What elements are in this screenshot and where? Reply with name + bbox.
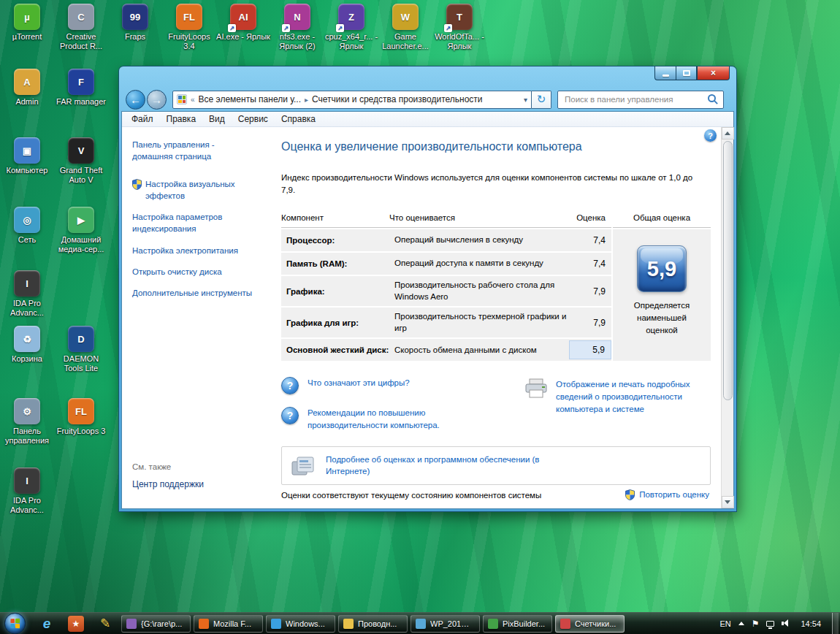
desktop-icon-label: cpuz_x64_r... - Ярлык — [324, 32, 378, 51]
ai-exe-icon: AI↗ — [230, 4, 256, 30]
minimize-button[interactable] — [654, 66, 676, 80]
menu-tools[interactable]: Сервис — [232, 112, 275, 126]
show-desktop-button[interactable] — [832, 613, 839, 634]
desktop-icon-game-launcher[interactable]: W Game Launcher.e... — [378, 4, 432, 51]
highlighted-score-cell: 5,9 — [569, 340, 611, 359]
menu-help[interactable]: Справка — [275, 112, 322, 126]
menu-file[interactable]: Файл — [125, 112, 160, 126]
desktop-icon-ida-pro-2[interactable]: I IDA Pro Advanc... — [0, 467, 54, 515]
link-print-details[interactable]: Отображение и печать подробных сведений … — [556, 378, 706, 415]
address-dropdown-icon[interactable]: ▾ — [524, 96, 527, 104]
breadcrumb-chevrons[interactable]: « — [191, 96, 195, 104]
help-icon: ? — [708, 131, 713, 140]
desktop-icon-far-manager[interactable]: F FAR manager — [54, 69, 108, 107]
close-button[interactable]: × — [697, 66, 730, 80]
desktop-icon-network[interactable]: ◎ Сеть — [0, 207, 54, 245]
window-titlebar[interactable]: × — [119, 66, 736, 87]
link-online-info[interactable]: Подробнее об оценках и программном обесп… — [326, 454, 545, 478]
sidebar-item-indexing-options[interactable]: Настройка параметров индексирования — [132, 211, 255, 234]
pencil-icon: ✎ — [100, 616, 110, 631]
desktop-icon-fruityloops3[interactable]: FL FruityLoops 3 — [54, 398, 108, 436]
menu-edit[interactable]: Правка — [160, 112, 203, 126]
question-icon[interactable]: ? — [281, 407, 299, 424]
desktop-icon-ai-exe[interactable]: AI↗ AI.exe - Ярлык — [216, 4, 270, 42]
sidebar-item-advanced-tools[interactable]: Дополнительные инструменты — [132, 287, 255, 299]
printer-icon — [524, 378, 549, 399]
desktop-icon-daemon-tools[interactable]: D DAEMON Tools Lite — [54, 326, 108, 373]
scrollbar-thumb[interactable] — [723, 141, 733, 400]
desktop-icon-utorrent[interactable]: µ µTorrent — [0, 4, 54, 42]
back-button[interactable]: ← — [126, 90, 145, 110]
sidebar-item-home[interactable]: Панель управления - домашняя страница — [132, 139, 243, 162]
sidebar-item-disk-cleanup[interactable]: Открыть очистку диска — [132, 266, 255, 278]
desktop-icon-admin[interactable]: A Admin — [0, 69, 54, 107]
desktop-icon-fruityloops34[interactable]: FL FruityLoops 3.4 — [162, 4, 216, 51]
sidebar-item-power-settings[interactable]: Настройка электропитания — [132, 245, 255, 256]
sidebar-item-label: Дополнительные инструменты — [132, 287, 252, 299]
desktop-icon-creative[interactable]: C Creative Product R... — [54, 4, 108, 51]
scrollbar[interactable] — [721, 127, 733, 508]
quick-launch-editor[interactable]: ✎ — [94, 614, 116, 633]
sidebar-item-label: Настройка параметров индексирования — [132, 211, 255, 234]
desktop-icon-cpuz[interactable]: Z↗ cpuz_x64_r... - Ярлык — [324, 4, 378, 51]
shortcut-arrow-icon: ↗ — [228, 24, 236, 32]
desktop-icon-control-panel[interactable]: ⚙ Панель управления — [0, 398, 54, 446]
desktop-icon-fraps[interactable]: 99 Fraps — [108, 4, 162, 42]
desktop-icon-worldoftanks[interactable]: T↗ WorldOfTa... - Ярлык — [432, 4, 486, 51]
action-center-flag-icon[interactable]: ⚑ — [752, 619, 760, 629]
taskbar-button-photo[interactable]: WP_20151... — [411, 615, 480, 633]
help-button[interactable]: ? — [704, 129, 717, 142]
volume-tray-icon[interactable] — [782, 619, 790, 627]
clock[interactable]: 14:54 — [801, 619, 821, 628]
taskbar-button-firefox[interactable]: Mozilla F... — [194, 615, 263, 633]
quick-launch-app[interactable]: ★ — [65, 614, 87, 633]
scroll-up-button[interactable] — [722, 127, 734, 140]
utorrent-icon: µ — [14, 4, 40, 30]
search-icon[interactable] — [708, 94, 718, 104]
column-header-score: Оценка — [569, 213, 611, 222]
rerun-assessment-link[interactable]: Повторить оценку — [625, 489, 709, 501]
start-button[interactable] — [4, 613, 26, 634]
breadcrumb-all-items[interactable]: Все элементы панели у... — [199, 94, 301, 104]
taskbar-button-rar[interactable]: {G:\rare\p... — [121, 615, 191, 633]
question-icon[interactable]: ? — [281, 377, 299, 394]
taskbar-button-performance[interactable]: Счетчики... — [555, 615, 625, 633]
maximize-button[interactable] — [676, 66, 697, 80]
language-indicator[interactable]: EN — [719, 619, 730, 628]
link-what-numbers-mean[interactable]: Что означают эти цифры? — [308, 377, 410, 389]
desktop-icon-computer[interactable]: ▣ Компьютер — [0, 137, 54, 175]
taskbar-button-windows[interactable]: Windows... — [266, 615, 335, 633]
sidebar-item-visual-effects[interactable]: Настройка визуальных эффектов — [132, 178, 255, 202]
search-input[interactable] — [563, 94, 708, 104]
breadcrumb-performance[interactable]: Счетчики и средства производительности — [312, 94, 482, 104]
desktop-icon-label: IDA Pro Advanc... — [0, 299, 54, 318]
taskbar-button-pixbuilder[interactable]: PixBuilder... — [483, 615, 552, 633]
desktop-icon-label: FruityLoops 3.4 — [162, 32, 216, 51]
refresh-button[interactable]: ↻ — [532, 91, 551, 109]
control-panel-small-icon — [177, 94, 187, 104]
shortcut-arrow-icon: ↗ — [336, 24, 344, 32]
desktop-icon-ida-pro-1[interactable]: I IDA Pro Advanc... — [0, 270, 54, 318]
scroll-down-button[interactable] — [722, 496, 734, 508]
desktop-icon-gta-v[interactable]: V Grand Theft Auto V — [54, 137, 108, 185]
taskbar-button-explorer[interactable]: Проводн... — [338, 615, 408, 633]
address-bar[interactable]: « Все элементы панели у... ▸ Счетчики и … — [172, 91, 532, 109]
search-box[interactable] — [557, 91, 724, 109]
link-performance-tips[interactable]: Рекомендации по повышению производительн… — [308, 407, 462, 431]
desktop-icon-recycle-bin[interactable]: ♻ Корзина — [0, 326, 54, 364]
far-manager-icon: F — [68, 69, 94, 95]
quick-launch-ie[interactable]: e — [36, 614, 58, 633]
uac-shield-icon — [132, 179, 142, 190]
shortcut-arrow-icon: ↗ — [444, 24, 452, 32]
hidden-icons-chevron-icon[interactable] — [738, 622, 744, 625]
menu-view[interactable]: Вид — [202, 112, 232, 126]
close-icon: × — [711, 68, 716, 78]
folder-icon — [343, 619, 354, 629]
network-tray-icon[interactable] — [766, 621, 774, 627]
desktop-icon-nfs3[interactable]: N↗ nfs3.exe - Ярлык (2) — [270, 4, 324, 51]
desktop-icon-media-server[interactable]: ▶ Домашний медиа-сер... — [54, 207, 108, 254]
daemon-tools-icon: D — [68, 326, 94, 352]
table-row-ram: Память (RAM): Операций доступа к памяти … — [281, 253, 611, 275]
sidebar-item-action-center[interactable]: Центр поддержки — [132, 479, 259, 489]
forward-button[interactable]: → — [147, 90, 167, 110]
